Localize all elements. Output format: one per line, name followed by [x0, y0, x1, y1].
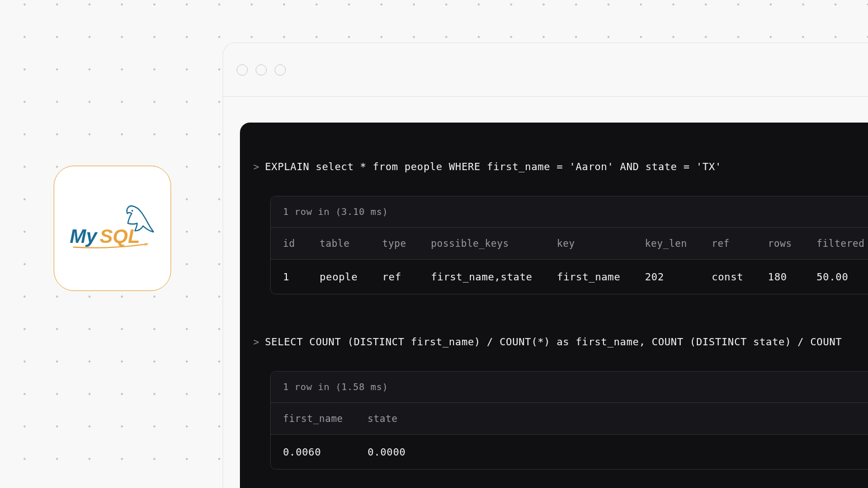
column-header: key [545, 228, 633, 260]
column-header: state [355, 403, 868, 435]
table-cell: first_name,state [418, 260, 544, 294]
mysql-logo-card: My SQL ® [54, 166, 171, 291]
result-box: 1 row in (3.10 ms) id table type possibl… [270, 196, 868, 294]
table-row: 1 people ref first_name,state first_name… [271, 260, 868, 294]
column-header: rows [756, 228, 804, 260]
app-window: > EXPLAIN select * from people WHERE fir… [223, 43, 868, 488]
svg-text:SQL: SQL [100, 225, 140, 247]
column-header: id [271, 228, 307, 260]
query-sql: SELECT COUNT (DISTINCT first_name) / COU… [265, 336, 842, 348]
window-control-close[interactable] [237, 64, 248, 76]
table-header-row: id table type possible_keys key key_len … [271, 228, 868, 260]
table-cell: 0.0060 [271, 435, 355, 470]
column-header: ref [699, 228, 756, 260]
table-cell: 202 [633, 260, 699, 294]
table-cell: 0.0000 [355, 435, 868, 470]
query-sql: EXPLAIN select * from people WHERE first… [265, 161, 721, 172]
window-titlebar [223, 43, 868, 97]
window-control-minimize[interactable] [256, 64, 267, 76]
table-cell: first_name [545, 260, 633, 294]
column-header: type [370, 228, 419, 260]
query-line: > EXPLAIN select * from people WHERE fir… [253, 161, 868, 172]
query-line: > SELECT COUNT (DISTINCT first_name) / C… [253, 336, 868, 348]
table-cell: ref [370, 260, 419, 294]
window-control-maximize[interactable] [275, 64, 286, 76]
column-header: filtered [804, 228, 868, 260]
column-header: possible_keys [418, 228, 544, 260]
table-cell: 180 [756, 260, 804, 294]
terminal-panel: > EXPLAIN select * from people WHERE fir… [240, 123, 868, 488]
svg-point-0 [131, 210, 133, 212]
table-row: 0.0060 0.0000 [271, 435, 868, 470]
table-cell: 50.00 [804, 260, 868, 294]
prompt-caret-icon: > [253, 161, 260, 172]
column-header: table [307, 228, 370, 260]
table-header-row: first_name state [271, 403, 868, 435]
result-box: 1 row in (1.58 ms) first_name state 0.00… [270, 371, 868, 470]
result-table: id table type possible_keys key key_len … [271, 228, 868, 294]
table-cell: 1 [271, 260, 307, 294]
result-table: first_name state 0.0060 0.0000 [271, 403, 868, 469]
mysql-logo-icon: My SQL ® [67, 204, 159, 252]
column-header: first_name [271, 403, 355, 435]
prompt-caret-icon: > [253, 336, 260, 348]
table-cell: const [699, 260, 756, 294]
table-cell: people [307, 260, 370, 294]
column-header: key_len [633, 228, 699, 260]
result-meta: 1 row in (1.58 ms) [271, 372, 868, 403]
svg-text:My: My [69, 225, 97, 247]
result-meta: 1 row in (3.10 ms) [271, 196, 868, 228]
